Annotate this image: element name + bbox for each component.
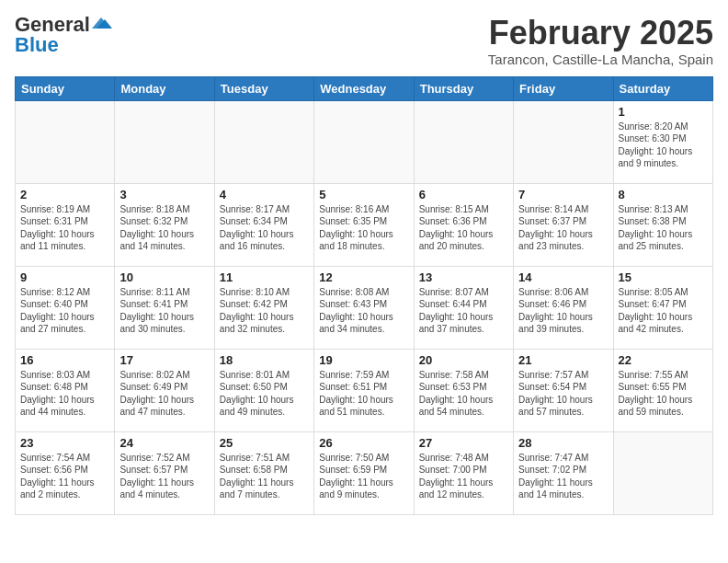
calendar-day-cell: 24Sunrise: 7:52 AM Sunset: 6:57 PM Dayli… <box>115 431 214 514</box>
calendar-week-row: 2Sunrise: 8:19 AM Sunset: 6:31 PM Daylig… <box>16 183 713 266</box>
calendar-day-cell: 27Sunrise: 7:48 AM Sunset: 7:00 PM Dayli… <box>414 431 513 514</box>
calendar-day-cell: 13Sunrise: 8:07 AM Sunset: 6:44 PM Dayli… <box>414 266 513 349</box>
location: Tarancon, Castille-La Mancha, Spain <box>488 52 713 67</box>
calendar-day-cell: 26Sunrise: 7:50 AM Sunset: 6:59 PM Dayli… <box>314 431 414 514</box>
day-info: Sunrise: 8:16 AM Sunset: 6:35 PM Dayligh… <box>319 203 408 253</box>
calendar-week-row: 9Sunrise: 8:12 AM Sunset: 6:40 PM Daylig… <box>16 266 713 349</box>
calendar-day-cell: 22Sunrise: 7:55 AM Sunset: 6:55 PM Dayli… <box>613 349 712 431</box>
day-info: Sunrise: 8:12 AM Sunset: 6:40 PM Dayligh… <box>20 286 109 336</box>
calendar-day-cell <box>613 431 712 514</box>
day-info: Sunrise: 8:06 AM Sunset: 6:46 PM Dayligh… <box>518 286 608 336</box>
day-number: 22 <box>619 353 708 367</box>
day-number: 8 <box>619 188 708 201</box>
calendar-week-row: 16Sunrise: 8:03 AM Sunset: 6:48 PM Dayli… <box>16 349 713 431</box>
day-info: Sunrise: 7:52 AM Sunset: 6:57 PM Dayligh… <box>119 452 209 501</box>
day-number: 24 <box>119 436 209 450</box>
calendar-day-cell: 3Sunrise: 8:18 AM Sunset: 6:32 PM Daylig… <box>115 183 214 266</box>
day-info: Sunrise: 7:59 AM Sunset: 6:51 PM Dayligh… <box>319 369 408 419</box>
calendar-day-cell: 25Sunrise: 7:51 AM Sunset: 6:58 PM Dayli… <box>214 431 313 514</box>
day-info: Sunrise: 7:55 AM Sunset: 6:55 PM Dayligh… <box>619 369 708 419</box>
weekday-header: Saturday <box>613 76 712 100</box>
calendar-day-cell: 7Sunrise: 8:14 AM Sunset: 6:37 PM Daylig… <box>514 183 613 266</box>
calendar-day-cell: 11Sunrise: 8:10 AM Sunset: 6:42 PM Dayli… <box>214 266 313 349</box>
title-block: February 2025 Tarancon, Castille-La Manc… <box>488 15 713 67</box>
calendar-day-cell: 10Sunrise: 8:11 AM Sunset: 6:41 PM Dayli… <box>115 266 214 349</box>
page-header: General Blue February 2025 Tarancon, Cas… <box>15 15 713 67</box>
day-info: Sunrise: 7:50 AM Sunset: 6:59 PM Dayligh… <box>319 452 408 501</box>
day-info: Sunrise: 8:11 AM Sunset: 6:41 PM Dayligh… <box>119 286 209 336</box>
day-info: Sunrise: 8:20 AM Sunset: 6:30 PM Dayligh… <box>619 121 708 170</box>
calendar-day-cell: 17Sunrise: 8:02 AM Sunset: 6:49 PM Dayli… <box>115 349 214 431</box>
calendar-day-cell: 15Sunrise: 8:05 AM Sunset: 6:47 PM Dayli… <box>613 266 712 349</box>
calendar-day-cell: 23Sunrise: 7:54 AM Sunset: 6:56 PM Dayli… <box>16 431 115 514</box>
day-number: 18 <box>220 353 309 367</box>
day-info: Sunrise: 7:54 AM Sunset: 6:56 PM Dayligh… <box>20 452 109 501</box>
day-number: 25 <box>220 436 309 450</box>
calendar-day-cell: 14Sunrise: 8:06 AM Sunset: 6:46 PM Dayli… <box>514 266 613 349</box>
day-info: Sunrise: 8:02 AM Sunset: 6:49 PM Dayligh… <box>119 369 209 419</box>
day-number: 11 <box>220 270 309 284</box>
calendar-day-cell: 1Sunrise: 8:20 AM Sunset: 6:30 PM Daylig… <box>613 100 712 183</box>
calendar-day-cell <box>214 100 313 183</box>
logo-icon <box>92 16 112 30</box>
calendar-day-cell <box>314 100 414 183</box>
weekday-header: Monday <box>115 76 214 100</box>
day-number: 16 <box>20 353 109 367</box>
calendar-day-cell: 16Sunrise: 8:03 AM Sunset: 6:48 PM Dayli… <box>16 349 115 431</box>
day-number: 1 <box>619 105 708 119</box>
day-info: Sunrise: 8:01 AM Sunset: 6:50 PM Dayligh… <box>220 369 309 419</box>
calendar-day-cell <box>115 100 214 183</box>
day-number: 4 <box>220 188 309 201</box>
calendar-day-cell: 28Sunrise: 7:47 AM Sunset: 7:02 PM Dayli… <box>514 431 613 514</box>
day-number: 17 <box>119 353 209 367</box>
calendar-day-cell <box>514 100 613 183</box>
day-number: 23 <box>20 436 109 450</box>
weekday-header: Friday <box>514 76 613 100</box>
day-info: Sunrise: 7:58 AM Sunset: 6:53 PM Dayligh… <box>419 369 508 419</box>
day-info: Sunrise: 8:15 AM Sunset: 6:36 PM Dayligh… <box>419 203 508 253</box>
day-number: 6 <box>419 188 508 201</box>
day-number: 27 <box>419 436 508 450</box>
logo: General Blue <box>15 15 112 55</box>
day-info: Sunrise: 8:14 AM Sunset: 6:37 PM Dayligh… <box>518 203 608 253</box>
calendar-day-cell: 6Sunrise: 8:15 AM Sunset: 6:36 PM Daylig… <box>414 183 513 266</box>
calendar-day-cell: 18Sunrise: 8:01 AM Sunset: 6:50 PM Dayli… <box>214 349 313 431</box>
calendar-day-cell: 20Sunrise: 7:58 AM Sunset: 6:53 PM Dayli… <box>414 349 513 431</box>
day-number: 3 <box>119 188 209 201</box>
calendar-day-cell: 9Sunrise: 8:12 AM Sunset: 6:40 PM Daylig… <box>16 266 115 349</box>
calendar-day-cell: 4Sunrise: 8:17 AM Sunset: 6:34 PM Daylig… <box>214 183 313 266</box>
day-info: Sunrise: 8:18 AM Sunset: 6:32 PM Dayligh… <box>119 203 209 253</box>
logo-general: General <box>15 15 90 35</box>
day-number: 14 <box>518 270 608 284</box>
calendar-day-cell: 8Sunrise: 8:13 AM Sunset: 6:38 PM Daylig… <box>613 183 712 266</box>
logo-blue: Blue <box>15 35 59 55</box>
day-number: 9 <box>20 270 109 284</box>
calendar-day-cell <box>16 100 115 183</box>
day-info: Sunrise: 8:03 AM Sunset: 6:48 PM Dayligh… <box>20 369 109 419</box>
weekday-header: Tuesday <box>214 76 313 100</box>
day-number: 20 <box>419 353 508 367</box>
calendar-day-cell <box>414 100 513 183</box>
month-year: February 2025 <box>488 15 713 52</box>
weekday-header: Thursday <box>414 76 513 100</box>
day-info: Sunrise: 8:17 AM Sunset: 6:34 PM Dayligh… <box>220 203 309 253</box>
day-info: Sunrise: 8:08 AM Sunset: 6:43 PM Dayligh… <box>319 286 408 336</box>
calendar-day-cell: 5Sunrise: 8:16 AM Sunset: 6:35 PM Daylig… <box>314 183 414 266</box>
day-info: Sunrise: 8:07 AM Sunset: 6:44 PM Dayligh… <box>419 286 508 336</box>
day-info: Sunrise: 7:48 AM Sunset: 7:00 PM Dayligh… <box>419 452 508 501</box>
day-info: Sunrise: 7:51 AM Sunset: 6:58 PM Dayligh… <box>220 452 309 501</box>
calendar-day-cell: 12Sunrise: 8:08 AM Sunset: 6:43 PM Dayli… <box>314 266 414 349</box>
day-info: Sunrise: 7:57 AM Sunset: 6:54 PM Dayligh… <box>518 369 608 419</box>
day-number: 5 <box>319 188 408 201</box>
calendar-day-cell: 19Sunrise: 7:59 AM Sunset: 6:51 PM Dayli… <box>314 349 414 431</box>
day-number: 2 <box>20 188 109 201</box>
weekday-header: Wednesday <box>314 76 414 100</box>
weekday-header: Sunday <box>16 76 115 100</box>
calendar-week-row: 23Sunrise: 7:54 AM Sunset: 6:56 PM Dayli… <box>16 431 713 514</box>
day-number: 26 <box>319 436 408 450</box>
calendar-week-row: 1Sunrise: 8:20 AM Sunset: 6:30 PM Daylig… <box>16 100 713 183</box>
day-number: 21 <box>518 353 608 367</box>
day-info: Sunrise: 7:47 AM Sunset: 7:02 PM Dayligh… <box>518 452 608 501</box>
day-info: Sunrise: 8:19 AM Sunset: 6:31 PM Dayligh… <box>20 203 109 253</box>
calendar-table: SundayMondayTuesdayWednesdayThursdayFrid… <box>15 76 713 515</box>
